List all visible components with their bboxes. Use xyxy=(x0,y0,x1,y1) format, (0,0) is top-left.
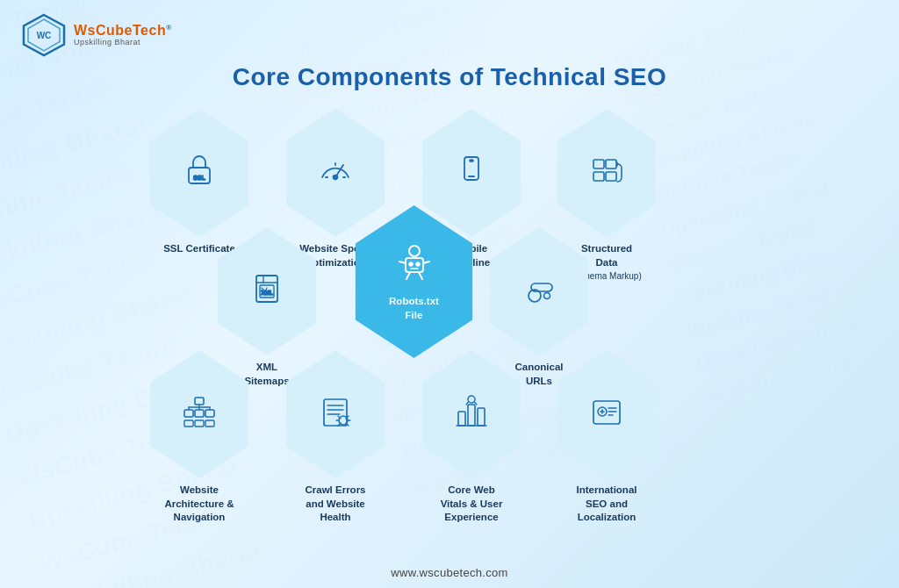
crawl-label: Crawl Errorsand WebsiteHealth xyxy=(305,484,365,525)
svg-rect-34 xyxy=(195,398,204,405)
svg-rect-59 xyxy=(478,408,485,426)
logo: WC WsCubeTech® Upskilling Bharat xyxy=(21,12,172,58)
svg-point-28 xyxy=(416,262,420,266)
xml-icon: XML xyxy=(248,270,286,312)
speed-icon xyxy=(315,151,356,195)
architecture-label: WebsiteArchitecture &Navigation xyxy=(164,484,234,525)
svg-point-20 xyxy=(409,246,420,256)
page-title: Core Components of Technical SEO xyxy=(233,63,667,91)
svg-rect-15 xyxy=(593,172,604,181)
header: WC WsCubeTech® Upskilling Bharat xyxy=(0,0,899,63)
logo-hex-icon: WC xyxy=(21,12,67,58)
svg-text:SSL: SSL xyxy=(193,175,205,181)
svg-line-25 xyxy=(399,262,406,263)
international-label: InternationalSEO andLocalization xyxy=(576,484,636,525)
cell-architecture: WebsiteArchitecture &Navigation xyxy=(142,350,256,525)
svg-rect-21 xyxy=(406,258,423,272)
footer-url: www.wscubetech.com xyxy=(391,566,507,579)
structured-icon xyxy=(586,151,627,195)
svg-rect-58 xyxy=(468,405,475,426)
svg-rect-35 xyxy=(184,410,193,417)
mobile-icon xyxy=(452,152,491,194)
webvitals-icon xyxy=(451,392,492,436)
logo-tagline: Upskilling Bharat xyxy=(74,39,172,47)
logo-trademark: ® xyxy=(166,24,171,32)
svg-rect-12 xyxy=(470,160,473,161)
logo-text: WsCubeTech® Upskilling Bharat xyxy=(74,23,172,47)
svg-point-32 xyxy=(544,293,550,299)
svg-line-26 xyxy=(423,262,429,263)
international-icon xyxy=(586,392,627,436)
logo-name-plain: WsCube xyxy=(74,23,133,38)
robots-icon xyxy=(391,240,438,291)
svg-rect-43 xyxy=(184,420,193,427)
cell-international: InternationalSEO andLocalization xyxy=(550,350,664,525)
honeycomb-grid: SSL SSL Certificate xyxy=(90,91,809,504)
logo-name: WsCubeTech® xyxy=(74,23,172,39)
cell-robots: Robots.txtFile xyxy=(346,205,482,358)
svg-rect-16 xyxy=(606,172,616,181)
svg-rect-13 xyxy=(593,160,604,169)
svg-rect-37 xyxy=(205,410,214,417)
logo-name-accent: Tech xyxy=(133,23,166,38)
robots-label: Robots.txtFile xyxy=(389,295,439,322)
svg-rect-57 xyxy=(458,412,465,426)
webvitals-label: Core WebVitals & UserExperience xyxy=(441,484,503,525)
svg-rect-44 xyxy=(195,420,204,427)
ssl-icon: SSL xyxy=(180,152,219,194)
canonical-icon xyxy=(519,269,559,313)
main-content: WC WsCubeTech® Upskilling Bharat Core Co… xyxy=(0,0,899,588)
architecture-icon xyxy=(179,392,219,436)
svg-line-23 xyxy=(419,272,422,279)
svg-text:WC: WC xyxy=(37,31,52,40)
svg-point-6 xyxy=(334,176,338,180)
cell-webvitals: Core WebVitals & UserExperience xyxy=(414,350,529,525)
footer: www.wscubetech.com xyxy=(391,566,507,588)
svg-rect-45 xyxy=(205,420,214,427)
svg-rect-46 xyxy=(324,399,347,426)
svg-rect-36 xyxy=(195,410,204,417)
svg-rect-14 xyxy=(606,160,616,169)
svg-line-22 xyxy=(406,272,410,279)
crawl-icon xyxy=(315,392,356,436)
cell-crawl: Crawl Errorsand WebsiteHealth xyxy=(278,350,392,525)
svg-point-27 xyxy=(409,262,413,266)
